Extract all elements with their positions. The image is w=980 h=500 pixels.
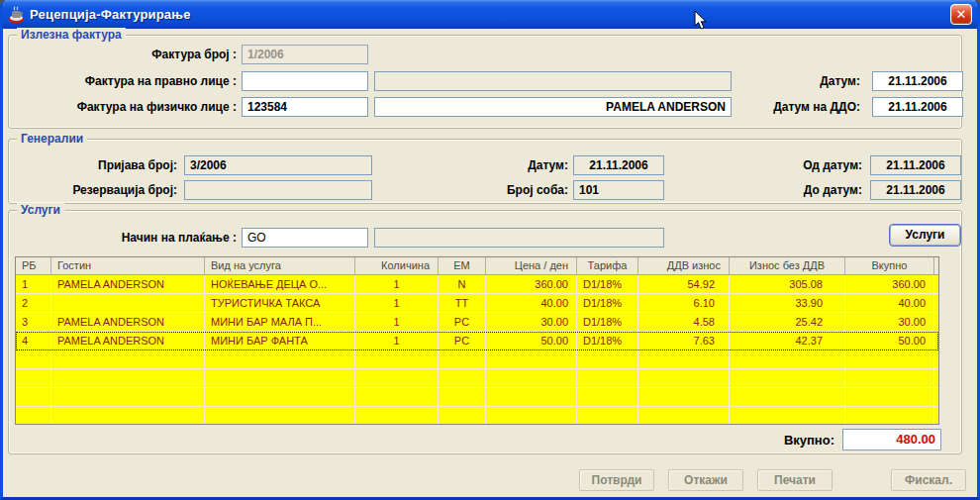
column-header: Цена / ден bbox=[486, 257, 577, 274]
table-cell: 1 bbox=[355, 332, 439, 350]
table-cell bbox=[730, 407, 845, 425]
checkin-number-label: Пријава број: bbox=[29, 155, 177, 175]
table-cell bbox=[577, 350, 638, 369]
table-cell bbox=[16, 407, 51, 425]
from-date-field: 21.11.2006 bbox=[870, 155, 961, 175]
table-cell bbox=[934, 332, 939, 350]
table-cell: МИНИ БАР МАЛА П... bbox=[205, 313, 355, 332]
table-cell: PC bbox=[439, 313, 486, 332]
vat-date-input[interactable] bbox=[872, 97, 963, 117]
column-header: Тарифа bbox=[577, 257, 638, 274]
table-cell bbox=[845, 388, 934, 407]
table-cell: TT bbox=[439, 294, 486, 313]
table-cell bbox=[439, 369, 486, 388]
table-cell: PAMELA ANDERSON bbox=[51, 275, 205, 294]
table-row[interactable]: 2ТУРИСТИЧКА ТАКСА1TT40.00D1/18%6.1033.90… bbox=[16, 294, 938, 313]
table-cell bbox=[638, 388, 730, 407]
column-header: Износ без ДДВ bbox=[730, 257, 845, 274]
table-cell: 360.00 bbox=[486, 275, 577, 294]
payment-method-input[interactable] bbox=[242, 228, 368, 248]
payment-method-display bbox=[374, 228, 664, 248]
outgoing-invoice-group: Излезна фактура Фактура број : 1/2006 Фа… bbox=[8, 35, 962, 129]
table-cell bbox=[845, 369, 934, 388]
confirm-button[interactable]: Потврди bbox=[579, 469, 654, 491]
table-cell: 360.00 bbox=[845, 275, 934, 294]
table-empty-row[interactable] bbox=[16, 407, 938, 425]
table-cell: 30.00 bbox=[845, 313, 934, 332]
table-cell bbox=[439, 350, 486, 369]
table-cell: 30.00 bbox=[486, 313, 577, 332]
mouse-cursor bbox=[694, 11, 711, 31]
total-label: Вкупно: bbox=[684, 431, 834, 450]
table-cell bbox=[51, 388, 205, 407]
individual-label: Фактура на физичко лице : bbox=[39, 97, 237, 117]
checkin-number-field: 3/2006 bbox=[184, 155, 372, 175]
table-cell bbox=[934, 407, 939, 425]
column-header bbox=[934, 257, 939, 274]
table-cell bbox=[934, 275, 939, 294]
payment-method-label: Начин на плаќање : bbox=[68, 228, 237, 248]
total-value-field: 480.00 bbox=[842, 429, 941, 450]
table-cell: 1 bbox=[355, 313, 439, 332]
table-cell: 4 bbox=[16, 332, 51, 350]
title-bar[interactable]: Рецепција-Фактурирање ✕ bbox=[0, 0, 980, 29]
outgoing-invoice-group-title: Излезна фактура bbox=[17, 28, 126, 42]
vat-date-label: Датум на ДДО: bbox=[702, 97, 860, 117]
table-empty-row[interactable] bbox=[16, 388, 938, 407]
table-cell: 54.92 bbox=[638, 275, 730, 294]
table-cell: НОЌЕВАЊЕ ДЕЦА О... bbox=[205, 275, 355, 294]
table-cell bbox=[355, 388, 439, 407]
table-cell bbox=[439, 407, 486, 425]
cancel-button[interactable]: Откажи bbox=[668, 469, 743, 491]
table-cell bbox=[16, 369, 51, 388]
app-window: Рецепција-Фактурирање ✕ Излезна фактура … bbox=[0, 0, 980, 500]
table-cell bbox=[205, 407, 355, 425]
invoice-date-input[interactable] bbox=[872, 71, 963, 91]
room-number-field: 101 bbox=[573, 180, 664, 200]
table-cell: 40.00 bbox=[486, 294, 577, 313]
legal-entity-input[interactable] bbox=[242, 71, 368, 91]
general-date-field: 21.11.2006 bbox=[573, 155, 664, 175]
table-cell bbox=[486, 369, 577, 388]
column-header: ДДВ износ bbox=[638, 257, 730, 274]
window-content: Излезна фактура Фактура број : 1/2006 Фа… bbox=[3, 29, 977, 497]
table-cell: D1/18% bbox=[577, 275, 638, 294]
room-number-label: Број соба: bbox=[464, 180, 568, 200]
table-cell bbox=[51, 350, 205, 369]
table-cell bbox=[638, 350, 730, 369]
invoice-date-label: Датум: bbox=[702, 71, 860, 91]
table-cell: ТУРИСТИЧКА ТАКСА bbox=[205, 294, 355, 313]
table-cell: 50.00 bbox=[486, 332, 577, 350]
table-cell bbox=[934, 369, 939, 388]
table-cell bbox=[486, 350, 577, 369]
table-cell: 1 bbox=[355, 275, 439, 294]
legal-entity-display bbox=[374, 71, 732, 91]
table-cell: 305.08 bbox=[730, 275, 845, 294]
table-cell bbox=[845, 407, 934, 425]
table-cell: 7.63 bbox=[638, 332, 730, 350]
table-cell: PC bbox=[439, 332, 486, 350]
table-cell: N bbox=[439, 275, 486, 294]
table-empty-row[interactable] bbox=[16, 369, 938, 388]
print-button[interactable]: Печати bbox=[757, 469, 833, 491]
table-row[interactable]: 3PAMELA ANDERSONМИНИ БАР МАЛА П...1PC30.… bbox=[16, 313, 938, 332]
services-button[interactable]: Услуги bbox=[889, 224, 961, 247]
table-empty-row[interactable] bbox=[16, 350, 938, 369]
table-cell bbox=[730, 369, 845, 388]
fiscal-button[interactable]: Фискал. bbox=[891, 469, 966, 491]
reservation-number-label: Резервација број: bbox=[29, 180, 177, 200]
column-header: ЕМ bbox=[439, 257, 486, 274]
general-date-label: Датум: bbox=[464, 155, 568, 175]
table-row[interactable]: 4PAMELA ANDERSONМИНИ БАР ФАНТА1PC50.00D1… bbox=[16, 332, 938, 350]
table-cell bbox=[577, 388, 638, 407]
individual-input[interactable] bbox=[242, 97, 368, 117]
window-title: Рецепција-Фактурирање bbox=[30, 7, 191, 22]
table-row[interactable]: 1PAMELA ANDERSONНОЌЕВАЊЕ ДЕЦА О...1N360.… bbox=[16, 275, 938, 294]
table-cell: МИНИ БАР ФАНТА bbox=[205, 332, 355, 350]
services-table[interactable]: РБГостинВид на услугаКоличинаЕМЦена / де… bbox=[15, 256, 939, 425]
table-cell bbox=[486, 407, 577, 425]
table-cell: 33.90 bbox=[730, 294, 845, 313]
table-cell bbox=[355, 369, 439, 388]
column-header: РБ bbox=[16, 257, 51, 274]
close-button[interactable]: ✕ bbox=[950, 4, 972, 25]
